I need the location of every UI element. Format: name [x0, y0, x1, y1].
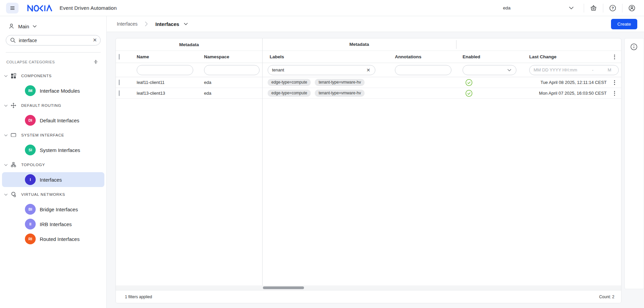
- item-label: IRB Interfaces: [40, 221, 72, 227]
- cell-labels: edge-type=compute tenant-type=vmware-hv: [262, 90, 388, 97]
- item-badge: DI: [25, 115, 36, 126]
- menu-hamburger-button[interactable]: [6, 3, 19, 13]
- cell-namespace: eda: [200, 91, 262, 96]
- row-checkbox[interactable]: [119, 90, 120, 96]
- item-label: Interface Modules: [40, 88, 80, 94]
- name-filter-input[interactable]: [137, 65, 193, 75]
- category-label: SYSTEM INTERFACE: [21, 133, 64, 137]
- column-header-namespace[interactable]: Namespace: [200, 54, 262, 59]
- column-header-labels[interactable]: Labels: [262, 54, 388, 59]
- chevron-down-icon: [33, 25, 37, 28]
- search-clear-icon[interactable]: ✕: [93, 37, 97, 43]
- labels-filter: ✕: [268, 65, 375, 75]
- create-button[interactable]: Create: [611, 19, 637, 29]
- horizontal-scrollbar-thumb[interactable]: [263, 286, 304, 289]
- account-icon: [628, 4, 636, 12]
- category-virtual-networks[interactable]: VIRTUAL NETWORKS: [0, 187, 106, 202]
- labels-filter-input[interactable]: [272, 67, 366, 72]
- interfaces-table-card: Metadata Metadata Name Namespace Labels …: [115, 38, 621, 303]
- cell-enabled: [456, 90, 524, 97]
- table-row[interactable]: leaf11-client11 eda edge-type=compute te…: [116, 77, 621, 88]
- group-header-metadata-2: Metadata: [262, 40, 456, 49]
- item-badge: I: [25, 174, 36, 185]
- topology-icon: [10, 162, 16, 168]
- collapse-categories-label: COLLAPSE CATEGORIES: [6, 60, 55, 64]
- category-system-interface[interactable]: SYSTEM INTERFACE: [0, 128, 106, 143]
- sidebar-item-bridge-interfaces[interactable]: BI Bridge Interfaces: [2, 202, 104, 217]
- divider: [603, 4, 603, 12]
- item-label: Default Interfaces: [40, 118, 79, 123]
- cell-namespace: eda: [200, 80, 262, 85]
- item-badge: BI: [25, 204, 36, 215]
- category-label: DEFAULT ROUTING: [21, 103, 61, 107]
- column-header-name[interactable]: Name: [133, 54, 200, 59]
- category-default-routing[interactable]: DEFAULT ROUTING: [0, 98, 106, 113]
- category-tree: COMPONENTS IM Interface Modules DEFAULT …: [0, 68, 106, 246]
- account-button[interactable]: [627, 3, 637, 13]
- sidebar: Main ✕ COLLAPSE CATEGORIES: [0, 16, 107, 308]
- cell-name: leaf13-client13: [133, 91, 200, 96]
- row-count-label: Count: 2: [599, 295, 614, 299]
- chevron-down-icon: [4, 193, 8, 196]
- table-empty-space: [116, 99, 621, 285]
- label-chip: edge-type=compute: [268, 90, 311, 97]
- item-badge: RI: [25, 234, 36, 244]
- sidebar-search: ✕: [6, 35, 101, 45]
- top-header: Event Driven Automation eda ?: [0, 0, 644, 16]
- sidebar-item-system-interfaces[interactable]: SI System Interfaces: [2, 143, 104, 157]
- store-basket-button[interactable]: [589, 3, 598, 13]
- category-components[interactable]: COMPONENTS: [0, 68, 106, 83]
- chevron-down-icon: [4, 164, 8, 166]
- enabled-filter-select[interactable]: [463, 65, 516, 75]
- row-actions-kebab[interactable]: [611, 89, 619, 97]
- search-input[interactable]: [6, 35, 101, 45]
- help-button[interactable]: ?: [608, 3, 617, 13]
- sidebar-item-routed-interfaces[interactable]: RI Routed Interfaces: [2, 232, 104, 246]
- svg-text:?: ?: [612, 6, 614, 10]
- info-icon: [630, 43, 638, 51]
- annotations-filter-input[interactable]: [395, 65, 451, 75]
- sidebar-item-interface-modules[interactable]: IM Interface Modules: [2, 83, 104, 98]
- sidebar-item-interfaces[interactable]: I Interfaces: [2, 172, 104, 187]
- table-row[interactable]: leaf13-client13 eda edge-type=compute te…: [116, 88, 621, 99]
- chevron-down-icon: [507, 69, 511, 71]
- sidebar-item-default-interfaces[interactable]: DI Default Interfaces: [2, 113, 104, 128]
- row-checkbox[interactable]: [119, 80, 120, 85]
- row-actions-kebab[interactable]: [611, 79, 619, 87]
- right-gutter-panel: [624, 38, 644, 289]
- breadcrumb-dropdown-icon[interactable]: [184, 23, 188, 25]
- column-group-divider: [262, 38, 263, 285]
- sidebar-item-irb-interfaces[interactable]: II IRB Interfaces: [2, 217, 104, 232]
- cell-enabled: [456, 79, 524, 86]
- enabled-check-icon: [465, 79, 473, 86]
- item-badge: SI: [25, 145, 36, 155]
- chevron-down-icon: [569, 6, 574, 9]
- cell-last-change: Tue April 08 2025, 12:11:14 CEST: [524, 80, 607, 85]
- info-button[interactable]: [630, 42, 639, 51]
- breadcrumb-parent[interactable]: Interfaces: [117, 21, 137, 27]
- table-options-kebab[interactable]: [611, 53, 619, 61]
- collapse-all-icon[interactable]: [93, 59, 98, 64]
- category-topology[interactable]: TOPOLOGY: [0, 157, 106, 172]
- cell-name: leaf11-client11: [133, 80, 200, 85]
- category-label: VIRTUAL NETWORKS: [21, 192, 65, 196]
- filters-applied-label[interactable]: 1 filters applied: [125, 295, 152, 299]
- namespace-filter-input[interactable]: [204, 65, 260, 75]
- column-header-last-change[interactable]: Last Change: [524, 54, 607, 59]
- workspace-selector[interactable]: eda: [503, 5, 574, 10]
- last-change-filter-input[interactable]: MM DD YYYY HH:mm - M: [529, 65, 619, 75]
- column-header-annotations[interactable]: Annotations: [388, 54, 456, 59]
- category-label: TOPOLOGY: [21, 163, 45, 167]
- table-header-row: Name Namespace Labels Annotations Enable…: [116, 51, 621, 63]
- hamburger-icon: [9, 5, 15, 11]
- item-label: System Interfaces: [40, 147, 80, 153]
- select-all-checkbox[interactable]: [119, 54, 120, 60]
- chevron-down-icon: [4, 104, 8, 107]
- label-chip: edge-type=compute: [268, 79, 311, 86]
- item-label: Interfaces: [40, 177, 62, 183]
- divider: [584, 4, 584, 12]
- context-switcher[interactable]: Main: [0, 16, 106, 30]
- breadcrumb-bar: Interfaces Interfaces Create: [107, 16, 644, 32]
- labels-filter-clear-icon[interactable]: ✕: [366, 67, 371, 73]
- column-header-enabled[interactable]: Enabled: [456, 54, 524, 59]
